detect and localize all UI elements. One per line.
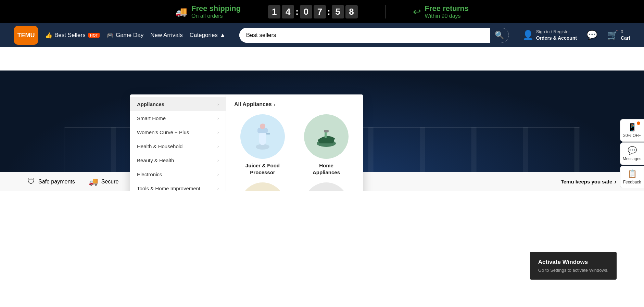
topbar-divider: [385, 5, 386, 18]
timer-sep1: :: [295, 7, 299, 17]
timer-sep2: :: [327, 7, 330, 17]
chevron-right-icon: ›: [217, 130, 219, 135]
categories-arrow-icon: ▲: [220, 32, 226, 39]
user-icon: 👤: [522, 30, 533, 40]
returns-icon: ↩: [413, 6, 421, 17]
right-sidebar: 📱 20% OFF 💬 Messages 📋 Feedback: [620, 119, 644, 188]
shipping-icon: 🚚: [175, 6, 187, 17]
categories-label: Categories: [190, 32, 218, 39]
menu-item-womens-curve-label: Women's Curve + Plus: [137, 129, 189, 135]
timer-s1: 5: [332, 5, 344, 18]
menu-item-smart-home-label: Smart Home: [137, 115, 166, 121]
search-input[interactable]: [239, 28, 490, 43]
notification-dot: [637, 121, 640, 125]
nav-game-day[interactable]: 🎮 Game Day: [106, 32, 143, 39]
menu-item-beauty-health[interactable]: Beauty & Health ›: [130, 153, 226, 167]
shipping-main: Free shipping: [191, 4, 241, 13]
category-vacuums-image: [304, 182, 349, 191]
menu-item-womens-curve[interactable]: Women's Curve + Plus ›: [130, 125, 226, 139]
sidebar-messages-btn[interactable]: 💬 Messages: [620, 142, 644, 165]
category-grid: Juicer & FoodProcessor HomeAppliances: [234, 114, 355, 191]
game-day-icon: 🎮: [106, 32, 114, 39]
best-sellers-label: Best Sellers: [54, 32, 86, 39]
feedback-icon: 📋: [628, 169, 637, 178]
category-juicer[interactable]: Juicer & FoodProcessor: [234, 114, 291, 176]
game-day-label: Game Day: [116, 32, 143, 39]
orders-account-label: Orders & Account: [536, 35, 577, 41]
discount-label: 20% OFF: [623, 133, 641, 138]
temu-safe-label: Temu keeps you safe: [561, 179, 613, 184]
returns-main: Free returns: [425, 4, 469, 13]
truck-icon: 🚚: [89, 177, 98, 186]
messages-label: Messages: [623, 156, 642, 161]
category-kitchen-image: [240, 182, 285, 191]
cart-count: 0: [621, 29, 630, 35]
countdown-timer: 1 4 : 0 7 : 5 8: [268, 5, 357, 18]
sign-in-label: Sign in / Register: [536, 29, 577, 35]
menu-item-electronics-label: Electronics: [137, 171, 162, 177]
discount-icon: 📱: [628, 123, 637, 132]
all-appliances-arrow-icon: ›: [274, 102, 275, 107]
trust-secure: 🚚 Secure: [89, 177, 119, 186]
all-appliances-link[interactable]: All Appliances ›: [234, 101, 355, 107]
main-content: Appliances › Smart Home › Women's Curve …: [0, 47, 644, 191]
safe-payments-label: Safe payments: [38, 179, 75, 185]
svg-rect-7: [324, 130, 329, 132]
timer-s2: 8: [345, 5, 358, 18]
category-home-appliances-label: HomeAppliances: [313, 162, 340, 176]
menu-item-beauty-health-label: Beauty & Health: [137, 157, 174, 163]
shield-icon: 🛡: [27, 177, 35, 186]
cart-icon: 🛒: [607, 30, 618, 40]
message-icon: 💬: [586, 30, 597, 40]
category-kitchen[interactable]: KitchenAppliances: [234, 182, 291, 191]
feedback-label: Feedback: [623, 180, 641, 184]
menu-item-health-household[interactable]: Health & Household ›: [130, 139, 226, 153]
chevron-right-icon: ›: [217, 144, 219, 149]
shipping-sub: On all orders: [191, 13, 241, 19]
shipping-promo: 🚚 Free shipping On all orders: [175, 4, 241, 19]
nav-cart[interactable]: 🛒 0 Cart: [607, 29, 630, 41]
search-icon: 🔍: [495, 31, 504, 40]
trust-safe-payments: 🛡 Safe payments: [27, 177, 75, 186]
best-sellers-icon: 👍: [45, 32, 52, 39]
svg-rect-4: [266, 133, 270, 135]
chevron-right-icon: ›: [217, 172, 219, 177]
menu-left: Appliances › Smart Home › Women's Curve …: [130, 94, 226, 191]
sidebar-discount-btn[interactable]: 📱 20% OFF: [620, 119, 644, 142]
svg-rect-1: [259, 131, 266, 145]
timer-m2: 7: [314, 5, 326, 18]
category-home-appliances[interactable]: HomeAppliances: [298, 114, 355, 176]
menu-item-tools[interactable]: Tools & Home Improvement ›: [130, 181, 226, 191]
timer-m1: 0: [300, 5, 312, 18]
menu-item-tools-label: Tools & Home Improvement: [137, 186, 200, 191]
chevron-right-icon: ›: [217, 158, 219, 163]
timer-h1: 1: [268, 5, 280, 18]
menu-item-electronics[interactable]: Electronics ›: [130, 167, 226, 181]
timer-h2: 4: [282, 5, 294, 18]
nav-new-arrivals[interactable]: New Arrivals: [150, 32, 182, 39]
menu-item-appliances[interactable]: Appliances ›: [130, 97, 226, 111]
menu-right: All Appliances › Juic: [226, 94, 363, 191]
nav-best-sellers[interactable]: 👍 Best Sellers HOT: [45, 32, 100, 39]
logo-text: TEMU: [17, 32, 35, 39]
top-bar: 🚚 Free shipping On all orders 1 4 : 0 7 …: [0, 0, 644, 23]
categories-dropdown: Appliances › Smart Home › Women's Curve …: [130, 94, 363, 191]
hot-badge: HOT: [88, 33, 100, 38]
returns-promo: ↩ Free returns Within 90 days: [413, 4, 469, 19]
nav-messages[interactable]: 💬: [586, 30, 597, 40]
right-arrow-icon: ›: [614, 178, 617, 186]
nav-account[interactable]: 👤 Sign in / Register Orders & Account: [522, 29, 577, 41]
messages-icon: 💬: [628, 146, 637, 155]
category-vacuums[interactable]: Vacuums & FloorCare: [298, 182, 355, 191]
new-arrivals-label: New Arrivals: [150, 32, 182, 39]
logo[interactable]: TEMU: [14, 26, 38, 45]
menu-item-smart-home[interactable]: Smart Home ›: [130, 111, 226, 125]
sidebar-feedback-btn[interactable]: 📋 Feedback: [620, 166, 644, 188]
menu-item-appliances-label: Appliances: [137, 101, 164, 107]
search-button[interactable]: 🔍: [490, 28, 509, 43]
nav-right-actions: 👤 Sign in / Register Orders & Account 💬 …: [522, 29, 630, 41]
chevron-right-icon: ›: [217, 186, 219, 191]
category-juicer-image: [240, 114, 285, 159]
nav-categories[interactable]: Categories ▲: [190, 32, 226, 39]
chevron-right-icon: ›: [217, 102, 219, 107]
